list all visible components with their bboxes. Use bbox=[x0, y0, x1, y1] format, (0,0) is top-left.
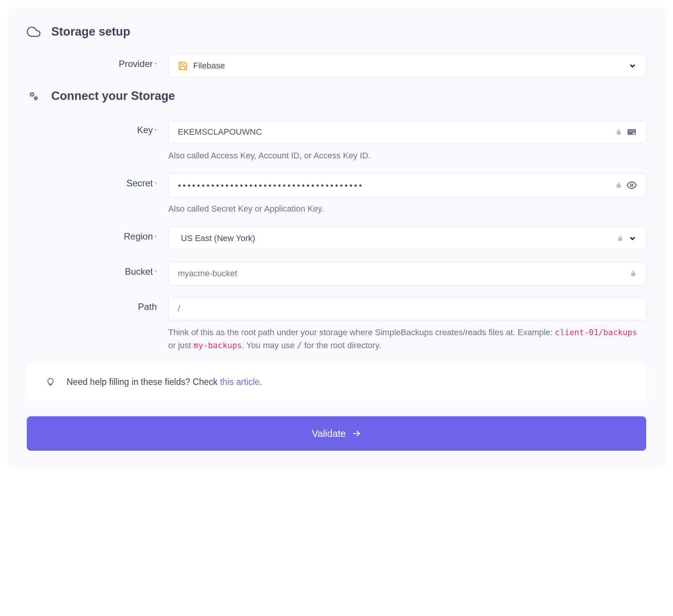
provider-value: Filebase bbox=[193, 61, 628, 71]
lock-icon bbox=[615, 182, 622, 189]
svg-point-5 bbox=[633, 131, 634, 132]
cloud-icon bbox=[27, 25, 41, 39]
svg-point-0 bbox=[31, 93, 33, 96]
password-manager-icon[interactable] bbox=[627, 127, 637, 137]
eye-icon[interactable] bbox=[627, 180, 637, 190]
region-value: US East (New York) bbox=[178, 233, 617, 243]
bucket-input[interactable] bbox=[178, 269, 630, 279]
secret-input[interactable]: ●●●●●●●●●●●●●●●●●●●●●●●●●●●●●●●●●●●●●●● bbox=[178, 182, 615, 188]
key-input[interactable] bbox=[178, 127, 615, 137]
path-input[interactable] bbox=[178, 304, 637, 314]
filebase-icon bbox=[178, 61, 188, 71]
storage-setup-card: Storage setup Provider* Filebase bbox=[8, 8, 665, 468]
help-secret: Also called Secret Key or Application Ke… bbox=[168, 202, 646, 215]
validate-button[interactable]: Validate bbox=[27, 416, 646, 451]
label-key: Key bbox=[137, 125, 153, 135]
help-info-box: Need help filling in these fields? Check… bbox=[27, 363, 646, 401]
secret-input-wrapper: ●●●●●●●●●●●●●●●●●●●●●●●●●●●●●●●●●●●●●●● bbox=[168, 173, 646, 197]
chevron-down-icon bbox=[628, 62, 637, 70]
section-title-storage-setup: Storage setup bbox=[51, 25, 130, 39]
help-path: Think of this as the root path under you… bbox=[168, 326, 646, 352]
section-header-connect-storage: Connect your Storage bbox=[27, 89, 646, 103]
label-path: Path bbox=[138, 301, 157, 312]
svg-rect-6 bbox=[632, 133, 635, 134]
label-secret: Secret bbox=[126, 178, 153, 188]
key-input-wrapper bbox=[168, 120, 646, 144]
help-key: Also called Access Key, Account ID, or A… bbox=[168, 149, 646, 162]
gears-icon bbox=[27, 89, 41, 103]
bucket-input-wrapper bbox=[168, 262, 646, 285]
lightbulb-icon bbox=[46, 378, 55, 387]
label-bucket: Bucket bbox=[125, 266, 153, 277]
info-text: Need help filling in these fields? Check… bbox=[67, 377, 262, 387]
lock-icon bbox=[617, 235, 624, 242]
lock-icon bbox=[630, 270, 637, 277]
section-header-storage-setup: Storage setup bbox=[27, 25, 646, 39]
svg-point-4 bbox=[631, 131, 632, 132]
label-region: Region bbox=[124, 231, 153, 241]
region-select[interactable]: US East (New York) bbox=[168, 227, 646, 250]
svg-point-3 bbox=[629, 131, 630, 132]
section-title-connect-storage: Connect your Storage bbox=[51, 89, 175, 103]
arrow-right-icon bbox=[352, 429, 361, 438]
path-input-wrapper bbox=[168, 297, 646, 321]
svg-point-1 bbox=[35, 97, 37, 99]
provider-select[interactable]: Filebase bbox=[168, 54, 646, 78]
chevron-down-icon bbox=[628, 234, 637, 243]
label-provider: Provider bbox=[119, 59, 153, 69]
svg-point-7 bbox=[631, 184, 633, 187]
lock-icon bbox=[615, 129, 622, 135]
help-article-link[interactable]: this article bbox=[220, 377, 260, 387]
